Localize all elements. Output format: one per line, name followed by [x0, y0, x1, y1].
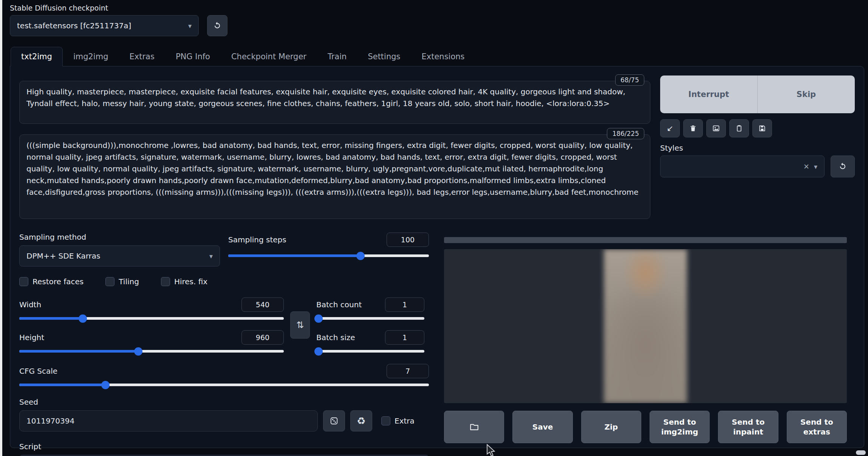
save-button[interactable]: Save: [512, 411, 572, 443]
slider-thumb[interactable]: [356, 252, 365, 260]
send-to-inpaint-button[interactable]: Send to inpaint: [718, 411, 778, 443]
generation-column: Interrupt Skip ↙: [660, 75, 855, 219]
paste-generation-params-button[interactable]: ↙: [660, 119, 680, 137]
save-style-button[interactable]: [752, 119, 772, 137]
trash-icon: [689, 125, 697, 132]
sampling-steps-input[interactable]: [387, 233, 429, 247]
apply-style-button[interactable]: [729, 119, 749, 137]
slider-thumb[interactable]: [314, 314, 323, 323]
txt2img-panel: 68/75 High quality, masterpiece, masterp…: [10, 66, 864, 448]
checkpoint-row: test.safetensors [fc2511737a] ▾: [10, 15, 864, 36]
extra-seed-checkbox[interactable]: Extra: [381, 416, 415, 425]
skip-button[interactable]: Skip: [757, 75, 855, 113]
restore-faces-label: Restore faces: [32, 277, 84, 286]
tab-train[interactable]: Train: [317, 47, 357, 66]
width-slider[interactable]: [19, 317, 284, 320]
tab-checkpoint-merger[interactable]: Checkpoint Merger: [221, 47, 317, 66]
checkpoint-dropdown[interactable]: test.safetensors [fc2511737a] ▾: [10, 15, 199, 36]
open-output-folder-button[interactable]: [444, 411, 504, 443]
negative-prompt-token-counter: 186/225: [607, 128, 644, 139]
cfg-scale-input[interactable]: [387, 364, 429, 378]
clear-prompt-button[interactable]: [683, 119, 703, 137]
batch-size-input[interactable]: [385, 330, 424, 345]
styles-dropdown[interactable]: ✕ ▾: [660, 156, 825, 177]
prompt-input[interactable]: High quality, masterpiece, masterpiece, …: [19, 81, 650, 124]
chevron-down-icon: ▾: [188, 22, 192, 30]
folder-icon: [469, 422, 479, 432]
interrupt-button[interactable]: Interrupt: [660, 75, 757, 113]
clear-styles-icon[interactable]: ✕: [803, 162, 809, 171]
tab-png-info[interactable]: PNG Info: [165, 47, 221, 66]
hires-fix-label: Hires. fix: [174, 277, 207, 286]
height-block: Height: [19, 330, 284, 353]
seed-block: Seed ♻ Extra: [19, 397, 429, 431]
send-to-img2img-button[interactable]: Send to img2img: [650, 411, 710, 443]
seed-input[interactable]: [19, 410, 318, 431]
styles-label: Styles: [660, 143, 855, 153]
extra-networks-button[interactable]: [706, 119, 726, 137]
negative-prompt-input[interactable]: (((simple background))),monochrome ,lowr…: [19, 134, 650, 219]
sampling-method-value: DPM++ SDE Karras: [26, 251, 205, 260]
output-buttons-row: Save Zip Send to img2img Send to inpaint…: [444, 411, 847, 443]
checkpoint-value: test.safetensors [fc2511737a]: [17, 21, 184, 30]
height-input[interactable]: [241, 330, 284, 345]
tab-settings[interactable]: Settings: [357, 47, 411, 66]
output-column: Save Zip Send to img2img Send to inpaint…: [444, 237, 847, 456]
checkbox-box[interactable]: [161, 277, 170, 286]
clipboard-icon: [735, 125, 743, 132]
checkpoint-label: Stable Diffusion checkpoint: [10, 4, 864, 12]
cfg-scale-slider[interactable]: [19, 384, 429, 386]
window-corner-grip: [856, 450, 866, 455]
floppy-disk-icon: [758, 125, 766, 132]
width-label: Width: [19, 300, 41, 309]
extra-seed-label: Extra: [395, 416, 415, 425]
prompt-tools-row: ↙: [660, 119, 855, 137]
batch-count-input[interactable]: [385, 297, 424, 312]
checkbox-box[interactable]: [19, 277, 28, 286]
generated-image[interactable]: [604, 249, 687, 403]
sampling-method-dropdown[interactable]: DPM++ SDE Karras ▾: [19, 245, 220, 267]
progress-bar: [444, 237, 847, 243]
output-preview: [444, 249, 847, 403]
sampling-steps-label: Sampling steps: [228, 235, 286, 244]
refresh-checkpoint-button[interactable]: [207, 15, 227, 36]
restore-faces-checkbox[interactable]: Restore faces: [19, 277, 84, 286]
seed-label: Seed: [19, 397, 429, 407]
slider-thumb[interactable]: [314, 347, 323, 356]
recycle-icon: ♻: [357, 415, 365, 427]
zip-button[interactable]: Zip: [581, 411, 641, 443]
slider-thumb[interactable]: [101, 381, 110, 389]
mouse-cursor: [486, 444, 497, 456]
width-block: Width: [19, 297, 284, 320]
batch-size-slider[interactable]: [316, 350, 424, 353]
prompt-column: 68/75 High quality, masterpiece, masterp…: [19, 75, 650, 219]
refresh-styles-button[interactable]: [831, 156, 855, 177]
height-slider[interactable]: [19, 350, 284, 353]
tab-img2img[interactable]: img2img: [63, 47, 119, 66]
script-block: Script None ▾: [19, 442, 429, 456]
swap-dimensions-button[interactable]: ⇅: [290, 311, 310, 339]
tiling-checkbox[interactable]: Tiling: [105, 277, 139, 286]
styles-row: ✕ ▾: [660, 156, 855, 177]
reuse-seed-button[interactable]: ♻: [350, 410, 372, 431]
batch-count-slider[interactable]: [316, 317, 424, 320]
random-seed-button[interactable]: [323, 410, 345, 431]
hires-fix-checkbox[interactable]: Hires. fix: [161, 277, 207, 286]
cfg-block: CFG Scale: [19, 364, 429, 386]
controls-column: Sampling method DPM++ SDE Karras ▾ Sampl…: [19, 233, 429, 456]
slider-thumb[interactable]: [134, 347, 142, 356]
sampling-steps-slider[interactable]: [228, 254, 429, 257]
tab-extensions[interactable]: Extensions: [411, 47, 475, 66]
checkbox-box[interactable]: [105, 277, 114, 286]
prompt-token-counter: 68/75: [615, 74, 644, 86]
tab-extras[interactable]: Extras: [119, 47, 165, 66]
send-to-extras-button[interactable]: Send to extras: [787, 411, 847, 443]
width-input[interactable]: [241, 297, 284, 312]
refresh-icon: [838, 162, 847, 171]
refresh-icon: [213, 21, 222, 30]
chevron-down-icon: ▾: [209, 252, 213, 260]
slider-thumb[interactable]: [79, 314, 87, 323]
stop-button-group: Interrupt Skip: [660, 75, 855, 113]
checkbox-box[interactable]: [381, 416, 390, 425]
tab-txt2img[interactable]: txt2img: [11, 47, 63, 66]
